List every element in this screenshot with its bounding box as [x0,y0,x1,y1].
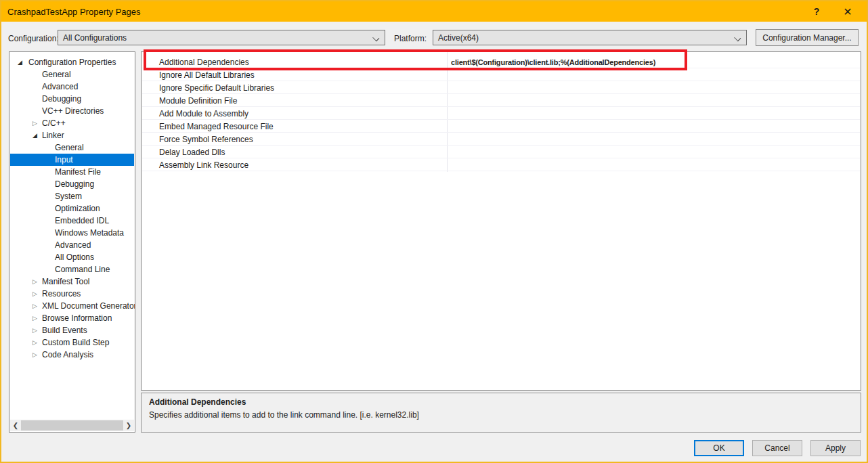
tree-item-windows-metadata[interactable]: Windows Metadata [10,227,134,239]
property-pages-dialog: CrashpadTestApp Property Pages ? ✕ Confi… [0,0,868,463]
ok-button-label: OK [713,443,724,453]
property-row-ignore-all-default-libraries[interactable]: Ignore All Default Libraries [142,68,860,81]
tree-collapsed-icon[interactable]: ▷ [32,290,37,298]
tree-item-label: Windows Metadata [55,228,124,238]
configuration-dropdown[interactable]: All Configurations [58,30,385,45]
property-name: Delay Loaded Dlls [159,148,225,157]
tree-item-configuration-properties[interactable]: ◢Configuration Properties [10,56,134,68]
help-button[interactable]: ? [802,1,831,22]
tree-item-browse-information[interactable]: ▷Browse Information [10,312,134,324]
property-name: Additional Dependencies [159,58,249,67]
tree-collapsed-icon[interactable]: ▷ [32,326,37,334]
tree-item-label: XML Document Generator [42,301,135,311]
tree-item-label: Optimization [55,204,100,213]
scroll-right-icon[interactable]: ❯ [123,420,134,431]
property-name: Assembly Link Resource [159,160,248,170]
close-button[interactable]: ✕ [833,1,863,22]
property-row-ignore-specific-default-libraries[interactable]: Ignore Specific Default Libraries [142,81,860,94]
tree-item-system[interactable]: System [10,190,134,202]
tree-item-resources[interactable]: ▷Resources [10,288,134,300]
tree-item-label: C/C++ [42,118,66,128]
tree-item-label: Code Analysis [42,350,93,359]
tree-item-label: Browse Information [42,313,112,323]
tree-item-label: VC++ Directories [42,106,104,116]
tree-item-build-events[interactable]: ▷Build Events [10,324,134,336]
tree-item-label: Build Events [42,326,87,335]
platform-label: Platform: [394,34,427,43]
apply-button[interactable]: Apply [810,440,861,456]
apply-button-label: Apply [825,443,846,453]
tree-item-advanced[interactable]: Advanced [10,81,134,93]
scrollbar-thumb[interactable] [21,420,123,431]
tree-collapsed-icon[interactable]: ▷ [32,278,37,286]
tree-collapsed-icon[interactable]: ▷ [32,338,37,347]
description-pane: Additional Dependencies Specifies additi… [141,393,861,433]
property-name: Add Module to Assembly [159,109,248,118]
help-icon: ? [814,6,820,17]
tree-item-debugging[interactable]: Debugging [10,178,134,190]
chevron-down-icon [735,35,741,41]
tree-collapsed-icon[interactable]: ▷ [32,314,37,322]
scroll-left-icon[interactable]: ❮ [10,420,21,431]
tree-item-label: Advanced [55,240,91,250]
tree-item-general[interactable]: General [10,141,134,154]
property-row-assembly-link-resource[interactable]: Assembly Link Resource [142,158,860,171]
configuration-dropdown-value: All Configurations [63,33,127,43]
tree-item-advanced[interactable]: Advanced [10,239,134,251]
tree-collapsed-icon[interactable]: ▷ [32,119,37,127]
tree-collapsed-icon[interactable]: ▷ [32,302,37,310]
ok-button[interactable]: OK [694,440,744,456]
tree-item-manifest-file[interactable]: Manifest File [10,166,134,178]
tree-expanded-icon[interactable]: ◢ [32,131,37,139]
tree-item-custom-build-step[interactable]: ▷Custom Build Step [10,336,134,349]
tree-item-label: Manifest Tool [42,277,89,286]
tree-item-xml-document-generator[interactable]: ▷XML Document Generator [10,300,134,312]
tree-item-label: General [55,143,84,152]
tree-item-linker[interactable]: ◢Linker [10,129,134,141]
chevron-down-icon [374,35,379,41]
cancel-button[interactable]: Cancel [752,440,802,456]
tree-item-manifest-tool[interactable]: ▷Manifest Tool [10,275,134,288]
tree-item-general[interactable]: General [10,68,134,81]
configuration-manager-button[interactable]: Configuration Manager... [756,29,859,46]
platform-dropdown[interactable]: Active(x64) [433,30,747,45]
tree-item-optimization[interactable]: Optimization [10,202,134,215]
configuration-label: Configuration: [8,34,59,43]
tree-item-label: Configuration Properties [28,58,116,67]
property-tree: ◢Configuration PropertiesGeneralAdvanced… [9,51,135,433]
tree-item-command-line[interactable]: Command Line [10,263,134,275]
property-name: Ignore All Default Libraries [159,70,255,80]
tree-item-label: Debugging [42,94,81,104]
property-row-embed-managed-resource-file[interactable]: Embed Managed Resource File [142,120,860,133]
tree-item-label: Custom Build Step [42,338,109,347]
tree-item-vc-directories[interactable]: VC++ Directories [10,105,134,117]
tree-item-label: Linker [42,131,64,140]
tree-item-label: Resources [42,289,81,299]
description-text: Specifies additional items to add to the… [149,410,861,420]
tree-item-c-c-[interactable]: ▷C/C++ [10,117,134,129]
property-row-additional-dependencies[interactable]: Additional Dependenciesclient\$(Configur… [142,56,860,68]
tree-item-input[interactable]: Input [10,154,134,166]
property-name: Force Symbol References [159,135,253,144]
tree-item-embedded-idl[interactable]: Embedded IDL [10,215,134,227]
property-name: Embed Managed Resource File [159,122,274,131]
tree-item-debugging[interactable]: Debugging [10,93,134,105]
property-value[interactable]: client\$(Configuration)\client.lib;%(Add… [451,58,688,66]
tree-item-all-options[interactable]: All Options [10,251,134,263]
property-name: Module Definition File [159,96,237,106]
tree-item-label: System [55,192,82,201]
titlebar[interactable]: CrashpadTestApp Property Pages ? ✕ [1,1,867,22]
property-row-delay-loaded-dlls[interactable]: Delay Loaded Dlls [142,146,860,158]
tree-horizontal-scrollbar[interactable]: ❮ ❯ [10,420,134,431]
property-row-add-module-to-assembly[interactable]: Add Module to Assembly [142,107,860,120]
tree-expanded-icon[interactable]: ◢ [18,58,22,66]
tree-item-code-analysis[interactable]: ▷Code Analysis [10,349,134,361]
property-name: Ignore Specific Default Libraries [159,83,274,93]
property-row-force-symbol-references[interactable]: Force Symbol References [142,133,860,146]
property-row-module-definition-file[interactable]: Module Definition File [142,94,860,107]
close-icon: ✕ [843,5,852,18]
tree-item-label: Command Line [55,265,110,274]
property-grid: Additional Dependenciesclient\$(Configur… [141,51,861,391]
tree-collapsed-icon[interactable]: ▷ [32,351,37,359]
tree-item-label: Advanced [42,82,78,91]
